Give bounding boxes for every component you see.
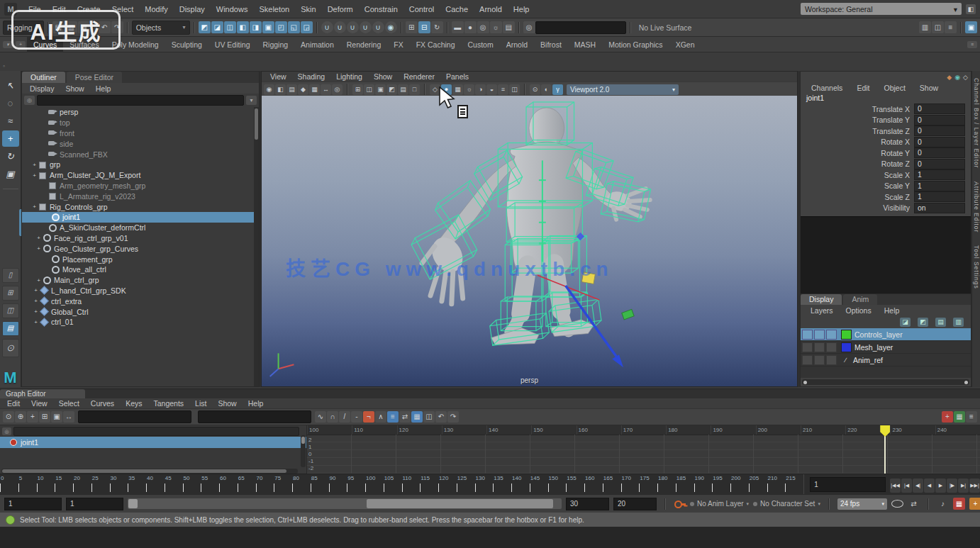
graph-menu-item[interactable]: Select — [53, 399, 85, 408]
expand-toggle-icon[interactable]: + — [32, 287, 40, 293]
layer-playback-toggle[interactable] — [814, 342, 825, 352]
attribute-label[interactable]: Translate Z — [801, 127, 914, 135]
viewport-menu-item[interactable]: Renderer — [398, 72, 440, 81]
shelf-tab[interactable]: UV Editing — [208, 37, 257, 52]
new-empty-layer-icon[interactable]: ◪ — [900, 318, 911, 327]
normalize-icon[interactable]: ▦ — [954, 411, 965, 423]
buffer-curve-icon[interactable]: ≡ — [387, 411, 399, 423]
persp-graph-layout-button[interactable]: ▤ — [2, 321, 19, 336]
anim-layer-dropdown[interactable]: No Anim Layer▾ — [690, 498, 749, 510]
selection-mode-dropdown[interactable]: Objects▾ — [132, 21, 190, 35]
retime-tool-icon[interactable]: ↔ — [63, 411, 74, 423]
output-connections-icon[interactable]: ⊟ — [418, 21, 430, 33]
menu-item[interactable]: Display — [174, 5, 211, 13]
workspace-lock-icon[interactable]: ◧ — [966, 4, 976, 14]
expand-toggle-icon[interactable]: + — [32, 319, 40, 325]
gamma-icon[interactable]: γ — [552, 84, 563, 95]
outliner-row[interactable]: Scanned_FBX — [22, 149, 259, 160]
viewport-menu-item[interactable]: Lighting — [330, 72, 368, 81]
workspace-dropdown[interactable]: Workspace: General ▾ — [801, 3, 962, 15]
resolution-gate-icon[interactable]: ▣ — [375, 84, 386, 95]
frame-tick[interactable]: 115 — [420, 474, 438, 494]
expand-toggle-icon[interactable]: + — [30, 203, 38, 210]
shelf-tab[interactable]: Animation — [294, 37, 340, 52]
sidebar-toggle-icon[interactable]: ▣ — [965, 21, 977, 33]
frame-tick[interactable]: 80 — [292, 474, 311, 494]
outliner-menu-item[interactable]: Help — [91, 84, 116, 93]
outliner-row[interactable]: A_SkinCluster_deformCtrl — [22, 223, 259, 233]
frame-tick[interactable]: 160 — [584, 474, 603, 494]
attribute-label[interactable]: Visibility — [801, 203, 914, 212]
shelf-tab[interactable]: Arnold — [500, 37, 534, 52]
outliner-row[interactable]: Placement_grp — [22, 254, 259, 264]
current-frame-field[interactable]: 1 — [810, 477, 886, 492]
attribute-label[interactable]: Translate X — [801, 105, 914, 113]
attribute-value-field[interactable]: 0 — [914, 104, 965, 114]
shelf-tab[interactable]: Rigging — [256, 37, 294, 52]
outliner-row[interactable]: + Rig_Controls_grp — [22, 201, 259, 212]
menu-item[interactable]: Modify — [139, 5, 173, 13]
layer-color-swatch[interactable] — [841, 330, 852, 340]
frame-tick[interactable]: 40 — [146, 474, 165, 494]
stack-view-icon[interactable]: ≡ — [966, 411, 977, 423]
plateau-tangent-icon[interactable]: ∧ — [375, 411, 386, 423]
layer-color-swatch[interactable] — [841, 342, 852, 352]
frame-tick[interactable]: 15 — [55, 474, 73, 494]
graph-hscrollbar[interactable] — [1, 469, 298, 474]
persp-outliner-layout-button[interactable]: ◫ — [2, 303, 19, 318]
attribute-label[interactable]: Scale X — [801, 171, 914, 179]
outliner-row[interactable]: front — [22, 128, 259, 139]
frame-tick[interactable]: 150 — [548, 474, 567, 494]
insert-key-icon[interactable]: ⊕ — [15, 411, 26, 423]
image-plane-icon[interactable]: ▦ — [309, 84, 320, 95]
frame-tick[interactable]: 50 — [183, 474, 201, 494]
animation-start-field[interactable]: 1 — [4, 498, 62, 510]
expand-toggle-icon[interactable]: + — [35, 235, 43, 241]
frame-tick[interactable]: 165 — [603, 474, 621, 494]
layer-display-type-toggle[interactable] — [826, 355, 837, 365]
xray-icon[interactable]: ◫ — [509, 84, 520, 95]
lock-camera-icon[interactable]: ◧ — [275, 84, 286, 95]
move-nearest-key-icon[interactable]: ⊙ — [3, 411, 14, 423]
unify-tangents-icon[interactable]: ◫ — [423, 411, 435, 423]
channel-box-menu-item[interactable]: Show — [913, 84, 945, 92]
frame-tick[interactable]: 140 — [511, 474, 530, 494]
layer-visibility-toggle[interactable] — [802, 330, 813, 340]
select-tool[interactable]: ↖ — [2, 77, 19, 94]
shelf-tab[interactable]: Motion Graphics — [602, 37, 669, 52]
swap-buffer-icon[interactable]: ⇄ — [399, 411, 411, 423]
frame-tick[interactable]: 145 — [530, 474, 548, 494]
scale-tool[interactable]: ▣ — [2, 166, 19, 182]
frame-tick[interactable]: 25 — [91, 474, 110, 494]
step-forward-key-button[interactable]: ▶| — [958, 479, 969, 493]
select-curves-icon[interactable]: ▣ — [262, 21, 274, 33]
frame-tick[interactable]: 20 — [73, 474, 91, 494]
outliner-row[interactable]: + Geo_Cluster_grp_Curves — [22, 243, 259, 254]
attribute-value-field[interactable]: 1 — [914, 191, 965, 202]
make-live-icon[interactable]: ◉ — [385, 21, 397, 33]
graph-editor-tab[interactable]: Graph Editor — [0, 389, 85, 398]
snap-view-plane-icon[interactable]: ∪ — [372, 21, 384, 33]
graph-vscrollbar[interactable] — [301, 435, 306, 467]
spline-tangent-icon[interactable]: ∿ — [315, 411, 326, 423]
animation-preferences-icon[interactable]: ▦ — [953, 498, 965, 510]
layer-display-type-toggle[interactable] — [826, 330, 837, 340]
frame-tick[interactable]: 205 — [749, 474, 767, 494]
frame-tick[interactable]: 195 — [712, 474, 730, 494]
select-handles-icon[interactable]: ◧ — [237, 21, 249, 33]
select-by-name-input[interactable] — [535, 21, 626, 34]
frame-tick[interactable]: 130 — [475, 474, 494, 494]
field-chart-icon[interactable]: ▤ — [398, 84, 408, 95]
sidebar-tab[interactable]: Tool Settings — [973, 245, 980, 289]
range-slider[interactable] — [128, 498, 562, 509]
layer-playback-toggle[interactable] — [814, 330, 825, 340]
shelf-tab[interactable]: Custom — [462, 37, 500, 52]
graph-menu-item[interactable]: Curves — [85, 399, 120, 408]
outliner-row[interactable]: top — [22, 118, 259, 128]
layer-row[interactable]: ∕ Anim_ref — [801, 354, 971, 367]
expand-toggle-icon[interactable]: + — [35, 277, 43, 284]
menu-item[interactable]: Windows — [211, 5, 254, 13]
attribute-label[interactable]: Scale Y — [801, 181, 914, 190]
outliner-menu-item[interactable]: Show — [60, 84, 89, 93]
select-hierarchy-icon[interactable]: ◩ — [199, 21, 211, 33]
